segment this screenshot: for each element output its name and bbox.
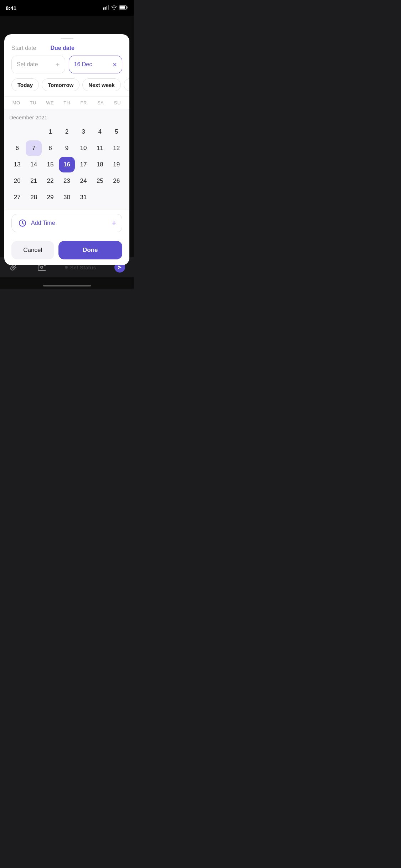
day-cell-21[interactable]: 21 [26, 173, 41, 189]
date-inputs-row: Set date + 16 Dec × [11, 56, 122, 73]
home-indicator [43, 285, 91, 286]
date-picker-modal: Start date Due date Set date + 16 Dec × … [4, 34, 129, 265]
day-cell-15[interactable]: 15 [42, 157, 58, 172]
day-cell-27[interactable]: 27 [9, 190, 25, 205]
day-header-su: SU [109, 97, 126, 109]
done-button[interactable]: Done [58, 241, 122, 259]
svg-point-8 [25, 225, 25, 226]
svg-rect-6 [127, 6, 128, 8]
quick-btn-next-month[interactable]: Next m… [124, 78, 129, 91]
day-cell-4[interactable]: 4 [92, 124, 108, 140]
status-time: 8:41 [6, 5, 16, 11]
day-cell-16-selected[interactable]: 16 [59, 157, 74, 172]
add-time-label: Add Time [31, 220, 55, 226]
add-time-section: Add Time + [4, 209, 129, 237]
cancel-button[interactable]: Cancel [11, 241, 54, 259]
add-date-icon: + [56, 61, 60, 69]
day-cell-22[interactable]: 22 [42, 173, 58, 189]
day-cell-6[interactable]: 6 [9, 140, 25, 156]
day-cell-empty [92, 190, 108, 205]
december-grid: 1 2 3 4 5 6 7 8 9 10 11 12 13 14 15 16 1… [9, 124, 124, 205]
day-cell-23[interactable]: 23 [59, 173, 74, 189]
day-cell-31[interactable]: 31 [76, 190, 91, 205]
wifi-icon [111, 5, 117, 11]
date-type-row: Start date Due date [11, 45, 122, 51]
add-time-button[interactable]: Add Time + [11, 214, 122, 232]
day-cell-11[interactable]: 11 [92, 140, 108, 156]
quick-buttons-row: Today Tomorrow Next week Next m… [4, 78, 129, 96]
status-bar: 8:41 [0, 0, 134, 16]
day-cell-14[interactable]: 14 [26, 157, 41, 172]
day-cell-empty [109, 190, 124, 205]
battery-icon [119, 5, 128, 11]
set-status[interactable]: Set Status [65, 264, 96, 270]
due-date-label[interactable]: Due date [50, 45, 74, 51]
day-cell-18[interactable]: 18 [92, 157, 108, 172]
clock-icon [17, 218, 27, 228]
december-section: December 2021 1 2 3 4 5 6 7 8 9 10 11 12… [8, 109, 126, 205]
add-time-plus-icon: + [112, 218, 116, 228]
calendar-scroll[interactable]: December 2021 1 2 3 4 5 6 7 8 9 10 11 12… [4, 109, 129, 209]
day-cell-24[interactable]: 24 [76, 173, 91, 189]
add-time-left: Add Time [17, 218, 55, 228]
december-title: December 2021 [9, 114, 124, 120]
day-header-we: WE [42, 97, 58, 109]
day-header-th: TH [58, 97, 75, 109]
day-header-sa: SA [92, 97, 109, 109]
day-cell-12[interactable]: 12 [109, 140, 124, 156]
day-cell-29[interactable]: 29 [42, 190, 58, 205]
day-cell-empty [26, 124, 41, 140]
day-cell-13[interactable]: 13 [9, 157, 25, 172]
day-cell-25[interactable]: 25 [92, 173, 108, 189]
status-dot [65, 266, 68, 269]
set-status-label: Set Status [70, 264, 96, 270]
due-date-value: 16 Dec [74, 61, 92, 68]
day-header-mo: MO [8, 97, 25, 109]
modal-header: Start date Due date Set date + 16 Dec × [4, 39, 129, 78]
day-headers: MO TU WE TH FR SA SU [4, 96, 129, 109]
day-cell-9[interactable]: 9 [59, 140, 74, 156]
day-header-tu: TU [25, 97, 41, 109]
svg-rect-2 [106, 6, 107, 10]
quick-btn-tomorrow[interactable]: Tomorrow [42, 78, 79, 91]
quick-btn-today[interactable]: Today [11, 78, 39, 91]
day-cell-17[interactable]: 17 [76, 157, 91, 172]
day-cell-10[interactable]: 10 [76, 140, 91, 156]
svg-rect-0 [103, 7, 104, 10]
day-cell-5[interactable]: 5 [109, 124, 124, 140]
quick-btn-next-week[interactable]: Next week [82, 78, 120, 91]
start-date-placeholder: Set date [17, 61, 38, 68]
day-cell-8[interactable]: 8 [42, 140, 58, 156]
start-date-input[interactable]: Set date + [11, 56, 65, 73]
day-cell-28[interactable]: 28 [26, 190, 41, 205]
day-cell-30[interactable]: 30 [59, 190, 74, 205]
start-date-label[interactable]: Start date [11, 45, 36, 51]
day-cell-1[interactable]: 1 [42, 124, 58, 140]
day-cell-empty [9, 124, 25, 140]
due-date-input[interactable]: 16 Dec × [69, 56, 123, 73]
clear-date-icon[interactable]: × [113, 61, 117, 69]
svg-rect-3 [108, 5, 109, 10]
day-cell-26[interactable]: 26 [109, 173, 124, 189]
day-cell-3[interactable]: 3 [76, 124, 91, 140]
status-icons [103, 5, 128, 11]
svg-rect-1 [105, 7, 106, 10]
day-cell-7-today[interactable]: 7 [26, 140, 41, 156]
svg-rect-5 [120, 6, 125, 9]
day-cell-19[interactable]: 19 [109, 157, 124, 172]
day-cell-2[interactable]: 2 [59, 124, 74, 140]
action-buttons: Cancel Done [4, 237, 129, 265]
day-cell-20[interactable]: 20 [9, 173, 25, 189]
signal-icon [103, 5, 109, 11]
day-header-fr: FR [75, 97, 92, 109]
